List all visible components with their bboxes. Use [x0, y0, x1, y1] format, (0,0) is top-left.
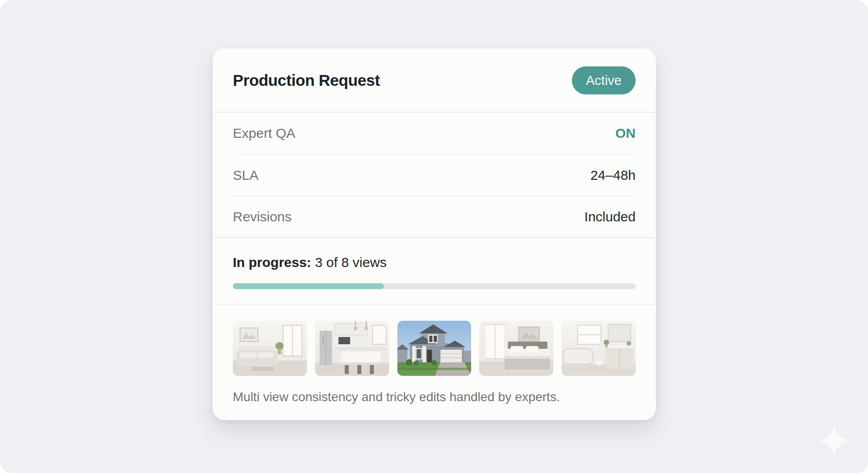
row-label: SLA	[233, 168, 259, 183]
bedroom-photo-icon	[479, 321, 553, 376]
progress-section: In progress: 3 of 8 views	[213, 238, 656, 304]
thumbnail-bathroom[interactable]	[561, 321, 636, 376]
kitchen-photo-icon	[315, 321, 389, 376]
detail-row-expert-qa: Expert QA ON	[233, 112, 636, 154]
card-caption: Multi view consistency and tricky edits …	[233, 390, 636, 404]
house-exterior-photo-icon	[397, 321, 472, 376]
row-value: Included	[585, 209, 636, 225]
progress-label-suffix: 3 of 8 views	[315, 255, 387, 270]
page-title: Production Request	[233, 71, 380, 89]
media-section: Multi view consistency and tricky edits …	[213, 304, 656, 420]
production-request-card: Production Request Active Expert QA ON S…	[212, 48, 656, 420]
progress-fill	[233, 283, 384, 289]
detail-rows: Expert QA ON SLA 24–48h Revisions Includ…	[213, 112, 656, 238]
row-value: 24–48h	[590, 168, 636, 183]
card-header: Production Request Active	[213, 49, 656, 112]
sparkle-watermark-icon	[820, 424, 849, 458]
thumbnail-house-exterior[interactable]	[397, 321, 472, 376]
thumbnail-kitchen[interactable]	[315, 321, 389, 376]
page-background: Production Request Active Expert QA ON S…	[0, 0, 868, 473]
progress-label: In progress: 3 of 8 views	[233, 254, 636, 271]
living-room-photo-icon	[233, 321, 307, 376]
progress-label-prefix: In progress:	[233, 255, 311, 270]
thumbnail-living-room[interactable]	[233, 321, 307, 376]
thumbnail-strip	[233, 321, 636, 376]
bathroom-photo-icon	[561, 321, 636, 376]
detail-row-sla: SLA 24–48h	[233, 154, 636, 196]
detail-row-revisions: Revisions Included	[233, 196, 636, 237]
row-label: Expert QA	[233, 126, 295, 141]
row-value: ON	[615, 126, 636, 141]
progress-bar	[233, 283, 636, 289]
row-label: Revisions	[233, 209, 292, 225]
thumbnail-bedroom[interactable]	[479, 321, 553, 376]
status-badge[interactable]: Active	[572, 66, 636, 94]
